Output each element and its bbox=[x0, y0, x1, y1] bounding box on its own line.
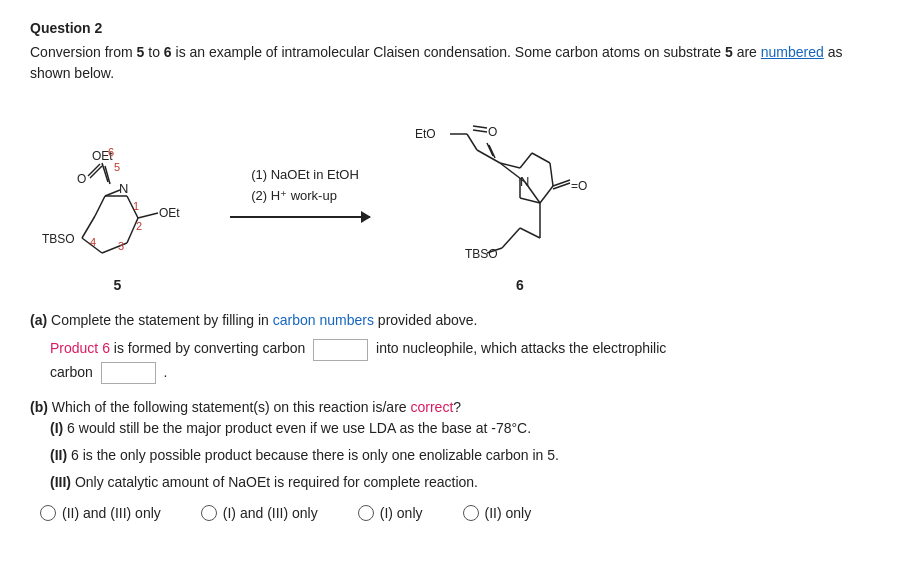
o-right: =O bbox=[571, 179, 587, 193]
svg-line-17 bbox=[477, 150, 500, 163]
intro-text: Conversion from 5 to 6 is an example of … bbox=[30, 42, 879, 84]
product-6-text: Product 6 bbox=[50, 340, 110, 356]
carbon-2: 2 bbox=[136, 220, 142, 232]
blank-electrophile[interactable] bbox=[101, 362, 156, 384]
reaction-arrow bbox=[230, 208, 380, 226]
roman-iii: (III) bbox=[50, 474, 71, 490]
svg-line-18 bbox=[487, 143, 493, 156]
carbon-word: carbon bbox=[50, 364, 93, 380]
carbon-4: 4 bbox=[90, 236, 96, 248]
o-left: O bbox=[77, 172, 86, 186]
radio-option-2[interactable]: (I) and (III) only bbox=[201, 505, 318, 521]
carbon-numbers-text: carbon numbers bbox=[273, 312, 374, 328]
svg-line-6 bbox=[82, 216, 95, 238]
intro-are: are bbox=[733, 44, 761, 60]
svg-line-7 bbox=[105, 190, 120, 196]
intro-to: to bbox=[144, 44, 163, 60]
question-mark: ? bbox=[453, 399, 461, 415]
blank-nucleophile[interactable] bbox=[313, 339, 368, 361]
part-b-section: (b) Which of the following statement(s) … bbox=[30, 396, 879, 493]
part-a-text2: provided above. bbox=[374, 312, 478, 328]
part-a-instruction: (a) Complete the statement by filling in… bbox=[30, 309, 879, 331]
period: . bbox=[164, 364, 168, 380]
radio-label-3: (I) only bbox=[380, 505, 423, 521]
svg-line-31 bbox=[502, 228, 520, 248]
radio-option-4[interactable]: (II) only bbox=[463, 505, 532, 521]
svg-line-21 bbox=[520, 153, 532, 168]
svg-line-15 bbox=[473, 126, 487, 128]
svg-line-29 bbox=[553, 180, 570, 186]
part-a-sentence: Product 6 is formed by converting carbon… bbox=[50, 337, 879, 360]
o-carbonyl: O bbox=[488, 125, 497, 139]
radio-label-1: (II) and (III) only bbox=[62, 505, 161, 521]
radio-option-3[interactable]: (I) only bbox=[358, 505, 423, 521]
svg-line-22 bbox=[532, 153, 550, 163]
radio-options: (II) and (III) only (I) and (III) only (… bbox=[40, 505, 879, 521]
radio-circle-2[interactable] bbox=[201, 505, 217, 521]
oet-right: OEt bbox=[159, 206, 180, 220]
statement-i-text: 6 would still be the major product even … bbox=[63, 420, 531, 436]
roman-ii: (II) bbox=[50, 447, 67, 463]
question-title: Question 2 bbox=[30, 20, 879, 36]
sentence1-pre: is formed by converting carbon bbox=[110, 340, 305, 356]
part-b-question: (b) Which of the following statement(s) … bbox=[30, 396, 879, 418]
reaction-area: TBSO 4 3 2 N 1 bbox=[30, 98, 879, 293]
svg-line-12 bbox=[138, 213, 158, 218]
statement-i: (I) 6 would still be the major product e… bbox=[50, 418, 879, 439]
molecule-5-svg: TBSO 4 3 2 N 1 bbox=[30, 98, 205, 273]
carbon-3: 3 bbox=[118, 240, 124, 252]
reaction-conditions: (1) NaOEt in EtOH (2) H⁺ work-up bbox=[251, 165, 359, 207]
condition-line2: (2) H⁺ work-up bbox=[251, 186, 359, 207]
intro-prefix: Conversion from bbox=[30, 44, 137, 60]
part-b-label: (b) bbox=[30, 399, 48, 415]
part-b-text: Which of the following statement(s) on t… bbox=[48, 399, 411, 415]
statement-ii: (II) 6 is the only possible product beca… bbox=[50, 445, 879, 466]
svg-line-24 bbox=[540, 186, 553, 203]
svg-line-30 bbox=[553, 183, 570, 189]
numbered-text: numbered bbox=[761, 44, 824, 60]
tbso-label-6: TBSO bbox=[465, 247, 498, 261]
arrow-box: (1) NaOEt in EtOH (2) H⁺ work-up bbox=[225, 165, 385, 227]
statement-list: (I) 6 would still be the major product e… bbox=[50, 418, 879, 493]
mol5b-ref: 5 bbox=[725, 44, 733, 60]
carbon-6: 6 bbox=[108, 146, 114, 158]
radio-circle-1[interactable] bbox=[40, 505, 56, 521]
tbso-label: TBSO bbox=[42, 232, 75, 246]
correct-word: correct bbox=[411, 399, 454, 415]
part-a-text1: Complete the statement by filling in bbox=[47, 312, 273, 328]
svg-line-16 bbox=[473, 130, 487, 132]
svg-line-5 bbox=[95, 196, 105, 216]
intro-is: is an example of intramolecular Claisen … bbox=[172, 44, 725, 60]
radio-label-2: (I) and (III) only bbox=[223, 505, 318, 521]
eto-label: EtO bbox=[415, 127, 436, 141]
n-atom-5: N bbox=[119, 181, 128, 196]
carbon-5: 5 bbox=[114, 161, 120, 173]
radio-label-4: (II) only bbox=[485, 505, 532, 521]
molecule-6-svg: EtO O N bbox=[405, 98, 635, 273]
sentence1-mid: into nucleophile, which attacks the elec… bbox=[376, 340, 666, 356]
statement-iii-text: Only catalytic amount of NaOEt is requir… bbox=[71, 474, 478, 490]
radio-circle-3[interactable] bbox=[358, 505, 374, 521]
part-a-label: (a) bbox=[30, 312, 47, 328]
roman-i: (I) bbox=[50, 420, 63, 436]
svg-line-33 bbox=[520, 228, 540, 238]
svg-line-14 bbox=[467, 134, 477, 150]
carbon-1: 1 bbox=[133, 200, 139, 212]
mol5-label: 5 bbox=[30, 277, 205, 293]
radio-option-1[interactable]: (II) and (III) only bbox=[40, 505, 161, 521]
mol6-label: 6 bbox=[405, 277, 635, 293]
mol6-ref: 6 bbox=[164, 44, 172, 60]
radio-circle-4[interactable] bbox=[463, 505, 479, 521]
molecule-5-container: TBSO 4 3 2 N 1 bbox=[30, 98, 205, 293]
molecule-6-container: EtO O N bbox=[405, 98, 635, 293]
svg-line-19 bbox=[489, 145, 495, 158]
arrow-line bbox=[230, 216, 370, 218]
svg-line-23 bbox=[550, 163, 553, 186]
statement-ii-text: 6 is the only possible product because t… bbox=[67, 447, 559, 463]
condition-line1: (1) NaOEt in EtOH bbox=[251, 165, 359, 186]
statement-iii: (III) Only catalytic amount of NaOEt is … bbox=[50, 472, 879, 493]
part-a-section: (a) Complete the statement by filling in… bbox=[30, 309, 879, 384]
part-a-sentence2: carbon . bbox=[50, 361, 879, 384]
